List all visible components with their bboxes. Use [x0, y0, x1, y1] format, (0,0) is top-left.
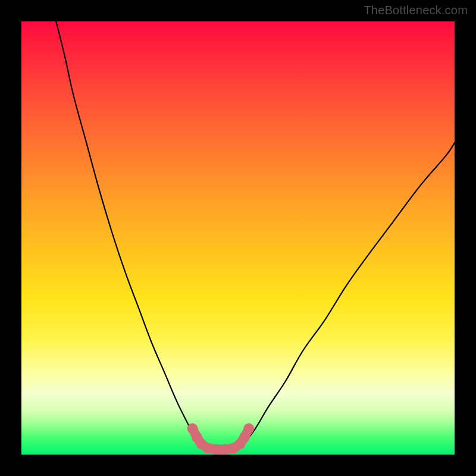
plot-area [21, 21, 455, 455]
chart-frame: TheBottleneck.com [0, 0, 476, 476]
curve-left-branch [56, 21, 199, 446]
bottleneck-marker [243, 423, 254, 434]
curve-right-branch [242, 143, 455, 446]
watermark-text: TheBottleneck.com [364, 4, 468, 17]
bottleneck-curve [21, 21, 455, 455]
